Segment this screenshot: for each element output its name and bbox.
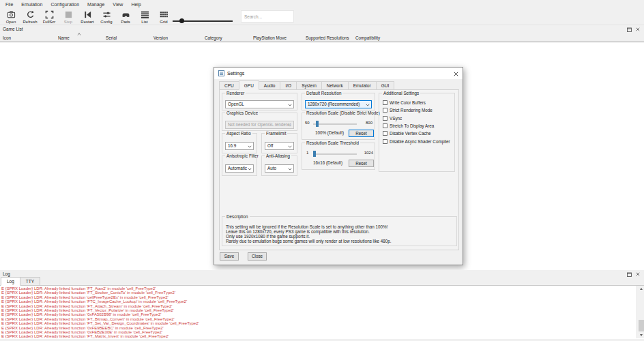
default-resolution-group: Default Resolution 1280x720 (Recommended… (302, 93, 375, 110)
log-output[interactable]: E {SPRX Loader} LDR: Already linked func… (0, 285, 644, 339)
column-header-psmove[interactable]: PlayStation Move (250, 33, 303, 42)
threshold-max-label: 1024 (364, 151, 373, 155)
checkbox-row[interactable]: Write Color Buffers (383, 99, 453, 106)
open-button[interactable]: Open (1, 9, 20, 25)
column-header-name[interactable]: Name (55, 33, 103, 42)
checkbox[interactable] (383, 131, 387, 136)
threshold-min-label: 1 (306, 151, 308, 155)
checkbox[interactable] (383, 123, 387, 128)
chevron-down-icon (288, 124, 292, 127)
stop-label: Stop (64, 20, 72, 24)
renderer-label: Renderer (225, 91, 246, 95)
log-scrollbar[interactable] (636, 286, 644, 338)
tab-log[interactable]: Log (1, 277, 20, 286)
framelimit-dropdown[interactable]: Off (265, 142, 294, 150)
scroll-down-icon[interactable] (637, 332, 644, 338)
float-panel-icon[interactable] (626, 271, 632, 277)
close-icon[interactable] (453, 71, 458, 76)
resolution-scale-slider[interactable] (313, 123, 357, 125)
checkbox-label: Write Color Buffers (390, 100, 426, 105)
aspect-ratio-dropdown[interactable]: 16:9 (225, 142, 254, 150)
close-panel-icon[interactable] (634, 27, 641, 32)
close-panel-icon[interactable] (634, 271, 641, 277)
renderer-dropdown[interactable]: OpenGL (225, 100, 294, 108)
default-resolution-label: Default Resolution (305, 91, 342, 95)
resolution-scale-threshold-slider[interactable] (313, 153, 357, 155)
description-line: Rarely due to emulation bugs some games … (226, 239, 454, 243)
checkbox-row[interactable]: Disable Vertex Cache (383, 130, 453, 137)
description-label: Description (225, 214, 250, 219)
tab-tty[interactable]: TTY (20, 277, 40, 286)
checkbox-row[interactable]: Strict Rendering Mode (383, 106, 453, 114)
menu-item[interactable]: View (108, 0, 127, 9)
dialog-title: Settings (227, 71, 244, 76)
column-header-version[interactable]: Version (151, 33, 202, 42)
tab-gpu[interactable]: GPU (239, 80, 259, 90)
menu-item[interactable]: File (1, 0, 17, 9)
checkbox[interactable] (383, 116, 387, 121)
anti-aliasing-dropdown[interactable]: Auto (265, 164, 294, 173)
resolution-scale-thumb[interactable] (316, 121, 319, 127)
resolution-scale-reset-button[interactable]: Reset (349, 130, 374, 137)
config-label: Config (100, 20, 112, 24)
list-view-button[interactable]: List (135, 9, 154, 25)
default-resolution-dropdown[interactable]: 1280x720 (Recommended) (305, 100, 372, 108)
gpu-tab-page: Renderer OpenGL Graphics Device Not need… (219, 89, 459, 250)
menu-item[interactable]: Manage (83, 0, 108, 9)
column-header-resolutions[interactable]: Supported Resolutions (303, 33, 353, 42)
refresh-icon (26, 10, 35, 19)
game-list-column-headers: Icon Name Serial Version Category PlaySt… (0, 33, 644, 42)
grid-icon (160, 10, 169, 19)
checkbox[interactable] (383, 100, 387, 105)
checkbox[interactable] (383, 139, 387, 144)
aspect-ratio-group: Aspect Ratio 16:9 (222, 133, 257, 153)
scrollbar-thumb[interactable] (639, 320, 644, 331)
log-panel-title: Log (3, 271, 10, 276)
sliders-icon (102, 10, 111, 19)
renderer-group: Renderer OpenGL (222, 93, 297, 110)
checkbox-row[interactable]: Disable Async Shader Compiler (383, 137, 453, 145)
anisotropic-filter-dropdown[interactable]: Automatic (225, 164, 254, 173)
fullscreen-button[interactable]: FullScr (40, 9, 59, 25)
restart-button[interactable]: Restart (78, 9, 97, 25)
log-panel-header: Log (0, 270, 644, 278)
grid-view-button[interactable]: Grid (154, 9, 173, 25)
search-input[interactable] (241, 10, 294, 23)
save-button[interactable]: Save (220, 252, 239, 261)
column-header-icon[interactable]: Icon (0, 33, 55, 42)
refresh-label: Refresh (23, 20, 37, 24)
checkbox-row[interactable]: Stretch To Display Area (383, 122, 453, 130)
list-label: List (141, 20, 147, 24)
column-header-serial[interactable]: Serial (103, 33, 151, 42)
menu-item[interactable]: Configuration (46, 0, 83, 9)
checkbox-row[interactable]: VSync (383, 115, 453, 122)
threshold-reset-button[interactable]: Reset (349, 160, 374, 167)
refresh-button[interactable]: Refresh (20, 9, 40, 25)
float-panel-icon[interactable] (626, 27, 632, 32)
checkbox[interactable] (383, 108, 387, 113)
description-line: This setting will be ignored if the Reso… (226, 224, 454, 229)
dialog-titlebar[interactable]: Settings (214, 68, 463, 79)
threshold-thumb[interactable] (313, 151, 316, 157)
graphics-device-group: Graphics Device Not needed for OpenGL re… (222, 113, 297, 131)
description-line: Leave this on 1280x720, every PS3 game i… (226, 229, 454, 234)
framelimit-label: Framelimit (265, 131, 287, 136)
config-button[interactable]: Config (97, 9, 116, 25)
slider-knob[interactable] (179, 18, 184, 23)
gamepad-icon (121, 10, 130, 19)
checkbox-label: VSync (390, 116, 402, 121)
menu-item[interactable]: Emulation (17, 0, 46, 9)
icon-size-slider[interactable] (173, 16, 234, 25)
column-header-compatibility[interactable]: Compatibility (353, 33, 644, 42)
pads-button[interactable]: Pads (116, 9, 135, 25)
resolution-scale-group: Resolution Scale (Disable Strict Mode) 5… (302, 113, 375, 140)
game-list-panel-header: Game List (0, 25, 644, 33)
scroll-up-icon[interactable] (637, 286, 644, 292)
resolution-scale-threshold-group: Resolution Scale Threshold 1 1024 16x16 … (302, 143, 375, 170)
game-list-title: Game List (3, 27, 23, 31)
close-button[interactable]: Close (248, 252, 267, 261)
restart-label: Restart (80, 20, 93, 24)
menu-item[interactable]: Help (127, 0, 145, 9)
column-header-category[interactable]: Category (202, 33, 250, 42)
stop-button: Stop (59, 9, 78, 25)
